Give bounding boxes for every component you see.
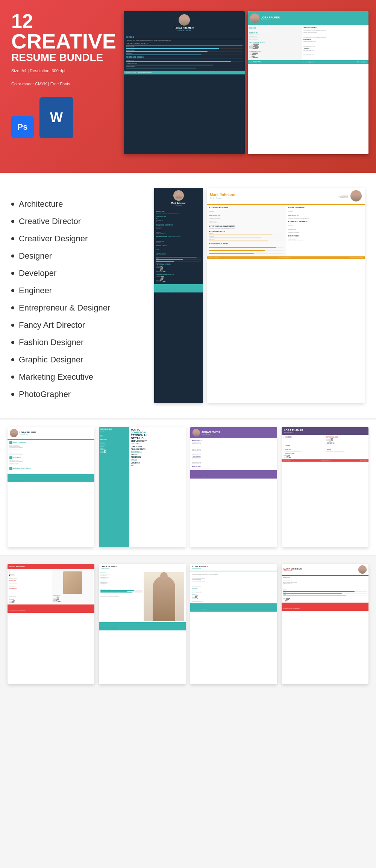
resume-preview-teal: LORA PALMER Architecture ABOUT ME Lorem … (248, 11, 369, 154)
dark-section-profile: PROFILE (126, 36, 243, 39)
hero-resume-previews: LORA PALMER Creative Director PROFILE Lo… (124, 11, 368, 154)
lora-purple-name: LORA PLAMAR (284, 429, 366, 432)
teal-col-right: WORK EXPERIENCE Company name Ltd / 2012-… (302, 25, 368, 60)
mark-typo-resume: PERSONAL DETAILS Full NameDate of BirthA… (99, 427, 186, 547)
mark-dark-body: ABOUT ME: Lorem ipsum dolor sit amet, co… (154, 208, 203, 284)
mark-color-name: Mark Johnson (210, 193, 235, 197)
mark-red-name: Mark Johnson (9, 565, 25, 568)
bullet-11 (11, 376, 14, 379)
lora-fashion-header: LORA PLAMAR Fashion Designer (99, 564, 186, 571)
list-item-fashion: Fashion Designer (11, 334, 143, 351)
dark-resume-title: Creative Director (126, 29, 243, 32)
bullet-2 (11, 220, 14, 223)
lora-small-header: LORA PALMER Creative Director (8, 427, 94, 440)
teal-contact: Call: +00123-4567890 (250, 61, 261, 63)
lora-purple-header: LORA PLAMAR Graphic Designer (282, 427, 368, 435)
type-list-ul: Architecture Creative Director Creativer… (11, 195, 143, 403)
bottom-row-2: Mark Johnson Graphic Designer ✎ CONTACT … (0, 556, 376, 692)
mark-color-footer: Call: +69-113-4567890 mail: yourmail@gma… (207, 256, 365, 259)
hero-resume-bundle: RESUME BUNDLE (11, 52, 116, 64)
bullet-10 (11, 358, 14, 361)
lora-graphic-body: ABOUT ME! Lorem ipsum dolor sit amet con… (190, 571, 277, 603)
item-creative-designer: Creativer Designer (19, 234, 88, 244)
mark-red-body: Graphic Designer ✎ CONTACT ☎ Tel: 123456… (8, 569, 94, 604)
hero-creative: CREATIVE (11, 31, 116, 52)
teal-email: mail: yourmail@gmail.com (302, 61, 315, 63)
johan-resume: JOHAN SMITH Creative Designer ■ Experien… (190, 427, 277, 547)
bullet-9 (11, 341, 14, 344)
johan-footer: Call: +0123-4567890 | mail: yourmail@gma… (190, 470, 277, 479)
dark-email: mail: yourmail@gmail.com (138, 72, 152, 73)
teal-resume-footer: Call: +00123-4567890 mail: yourmail@gmai… (248, 60, 369, 64)
mark-dark-footer: Call: +0123-4567890 | mail: yourmail@gm.… (154, 284, 203, 292)
lora-fashion-role: Fashion Designer (101, 568, 184, 569)
mark-typo-right: MARK JOHNSON PERSONAL DETAILS EMPLOYMENT… (129, 427, 186, 547)
skill-creativity: CREATIVITY (126, 60, 243, 62)
mark-color-resume: Mark Johnson Creative Designer +12456/90… (207, 188, 365, 403)
bullet-12 (11, 393, 14, 396)
mark-color-body: ⊕ ACADEMIC EDUCATION: Graphic Designer /… (207, 205, 365, 256)
list-item-fancy-art: Fancy Art Director (11, 317, 143, 334)
hero-left-panel: 12 CREATIVE RESUME BUNDLE Size: A4 | Res… (11, 11, 116, 138)
item-fancy-art: Fancy Art Director (19, 320, 85, 330)
resume-preview-dark: LORA PALMER Creative Director PROFILE Lo… (124, 11, 245, 154)
bottom-row-1: LORA PALMER Creative Director WORK EXPER… (0, 420, 376, 555)
mark-clean-footer: Call: +0123-4567890 | mail: yourmail@gma… (282, 603, 368, 611)
mark-dark-role: Designer (156, 204, 201, 206)
teal-resume-body: ABOUT ME Lorem ipsum dolor sit amet, con… (248, 25, 369, 60)
skill-teamwork: TIME KEEPING (126, 66, 243, 69)
johan-name: JOHAN SMITH (202, 431, 220, 433)
hero-number: 12 (11, 11, 116, 31)
mark-red-header: Mark Johnson (8, 564, 94, 569)
item-designer: Designer (19, 251, 52, 261)
lora-teal-resume: LORA PALMER Creative Director WORK EXPER… (8, 427, 94, 547)
bullet-3 (11, 237, 14, 240)
list-item-photographer: PhotoGrapher (11, 386, 143, 403)
word-badge: W (39, 97, 73, 138)
skill-photoshop: PHOTOSHOP (126, 46, 243, 49)
list-item-creative-designer: Creativer Designer (11, 230, 143, 247)
mark-color-avatar (350, 190, 362, 201)
lora-graphic-footer: Call: +0123-4567890 | mail: yourmail@gma… (190, 603, 277, 612)
lora-fashion-resume: LORA PLAMAR Fashion Designer EDUCATION M… (99, 564, 186, 684)
lora-small-body: WORK EXPERIENCE WORK EXPERIENCE Company … (8, 440, 94, 474)
list-item-marketing: Marketing Executive (11, 368, 143, 386)
word-label: W (50, 110, 63, 126)
lora-graphic-header: LORA PALMER Graphic Designer (190, 564, 277, 571)
johan-header: JOHAN SMITH Creative Designer (190, 427, 277, 438)
lora-purple-resume: LORA PLAMAR Graphic Designer ✓ EDUCATION… (282, 427, 368, 547)
software-badges: Ps W (11, 93, 116, 138)
lora-graphic-resume: LORA PALMER Graphic Designer ABOUT ME! L… (190, 564, 277, 684)
dark-resume-footer: Call: +0022-4567890 mail: yourmail@gmail… (124, 71, 245, 74)
list-section: Architecture Creative Director Creativer… (0, 173, 376, 418)
bullet-8 (11, 324, 14, 327)
item-marketing: Marketing Executive (19, 372, 93, 382)
item-engineer: Engineer (19, 286, 52, 295)
list-section-previews: Mark Johnson Designer ABOUT ME: Lorem ip… (154, 188, 365, 403)
skill-indesign: INDESIGN (126, 53, 243, 55)
teal-resume-header: LORA PALMER Architecture (248, 11, 369, 25)
skill-illustrator: ILLUSTRATOR (126, 50, 243, 52)
item-entrepreneur: Entrepreneur & Designer (19, 303, 110, 313)
dark-resume-header: LORA PALMER Creative Director (124, 11, 245, 35)
list-item-entrepreneur: Entrepreneur & Designer (11, 299, 143, 317)
teal-resume-title: Architecture (261, 19, 280, 21)
mark-dark-header: Mark Johnson Designer (154, 188, 203, 208)
mark-dark-resume: Mark Johnson Designer ABOUT ME: Lorem ip… (154, 188, 203, 403)
mark-clean-body: WORK SKILLS 2013-2016: Company Name in B… (282, 576, 368, 603)
mark-clean-resume: MARK JOHNSON Graphic Designer WORK SKILL… (282, 564, 368, 684)
mark-color-header: Mark Johnson Creative Designer +12456/90… (207, 188, 365, 205)
skill-communication: COMMUNICATION (126, 63, 243, 65)
lora-fashion-footer: Call: +0123-4567890 | mail: yourmail@gma… (99, 622, 186, 630)
bullet-4 (11, 254, 14, 258)
item-developer: Developer (19, 268, 56, 278)
lora-fashion-body: EDUCATION Master Business/2012-2013Lorem… (99, 571, 186, 622)
item-creative-director: Creative Director (19, 217, 81, 226)
dark-contact: Call: +0022-4567890 (126, 72, 136, 73)
mark-red-footer: Call: +0123-4567890 | mail: yourmail@gma… (8, 604, 94, 613)
resume-type-list: Architecture Creative Director Creativer… (11, 188, 143, 403)
fashion-photo-area (144, 572, 185, 621)
item-architecture: Architecture (19, 199, 63, 209)
dark-section-skills: PROFESSIONAL SKILLS (126, 42, 243, 45)
bullet-6 (11, 289, 14, 292)
